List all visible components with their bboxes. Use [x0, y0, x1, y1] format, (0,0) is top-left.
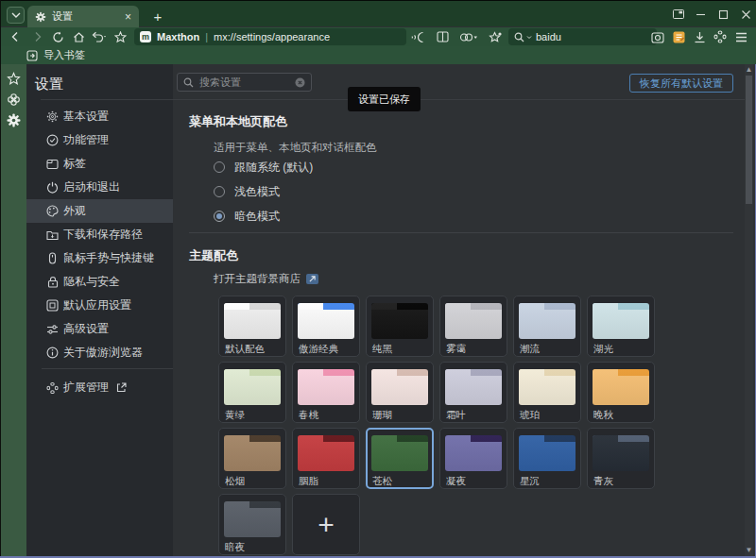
workspace-icon[interactable] [672, 7, 684, 22]
theme-name: 湖光 [593, 343, 613, 356]
theme-store-link[interactable]: 打开主题背景商店 [214, 272, 301, 286]
sidebar-item-8[interactable]: 默认应用设置 [26, 294, 173, 317]
palette-icon [46, 205, 59, 218]
forward-icon[interactable] [26, 28, 47, 45]
sidebar-item-5[interactable]: 下载和保存路径 [26, 223, 173, 246]
settings-gear-icon[interactable] [0, 110, 26, 130]
theme-card-16[interactable]: 星沉 [513, 428, 581, 489]
theme-card-4[interactable]: 潮流 [513, 296, 581, 357]
sidebar-item-label: 高级设置 [63, 321, 109, 337]
scroll-up-icon[interactable]: ▲ [745, 65, 753, 75]
settings-search-placeholder: 搜索设置 [199, 76, 295, 90]
theme-card-15[interactable]: 凝夜 [439, 428, 507, 489]
tab-list-dropdown-button[interactable] [7, 7, 25, 24]
restore-defaults-button[interactable]: 恢复所有默认设置 [629, 74, 733, 93]
radio-selected-icon[interactable] [214, 211, 225, 222]
theme-thumbnail [445, 303, 502, 339]
theme-name: 苍松 [372, 475, 392, 488]
sidebar-item-3[interactable]: 启动和退出 [26, 176, 173, 199]
radio-option-1[interactable]: 浅色模式 [214, 179, 313, 204]
home-icon[interactable] [68, 28, 89, 45]
reload-icon[interactable] [47, 28, 68, 45]
scroll-down-icon[interactable]: ▼ [745, 546, 753, 555]
external-link-badge-icon[interactable] [306, 274, 318, 284]
theme-card-18[interactable]: 暗夜 [218, 494, 286, 555]
sidebar-item-6[interactable]: 鼠标手势与快捷键 [26, 246, 173, 270]
plus-icon: + [293, 495, 359, 554]
maximize-button[interactable] [717, 7, 730, 22]
theme-card-9[interactable]: 霜叶 [439, 362, 507, 423]
close-window-button[interactable] [740, 7, 752, 22]
scrollbar-thumb[interactable] [746, 76, 752, 204]
theme-card-6[interactable]: 黄绿 [218, 362, 286, 423]
undo-icon[interactable] [89, 28, 110, 45]
tab-close-icon[interactable]: × [125, 11, 131, 23]
passport-icon[interactable] [0, 89, 26, 110]
app-icon [46, 299, 59, 313]
sidebar-item-9[interactable]: 高级设置 [26, 317, 173, 341]
maxthon-logo: m [140, 31, 151, 42]
screenshot-icon[interactable] [647, 28, 668, 45]
import-bookmarks-button[interactable]: 导入书签 [26, 48, 85, 62]
sidebar-title: 设置 [35, 76, 63, 93]
read-aloud-icon[interactable] [408, 28, 429, 45]
radio-label: 浅色模式 [234, 184, 280, 200]
sidebar-item-extensions[interactable]: 扩展管理 [26, 376, 173, 399]
radio-icon[interactable] [214, 161, 225, 173]
sidebar-item-label: 外观 [63, 203, 86, 219]
share-icon[interactable] [455, 28, 482, 45]
address-brand: Maxthon [157, 31, 199, 42]
theme-card-5[interactable]: 湖光 [587, 296, 655, 357]
theme-card-13[interactable]: 胭脂 [292, 428, 360, 489]
theme-card-8[interactable]: 珊瑚 [366, 362, 434, 423]
reading-mode-icon[interactable] [432, 28, 453, 45]
theme-card-10[interactable]: 琥珀 [513, 362, 581, 423]
sidebar-item-2[interactable]: 标签 [26, 152, 173, 176]
back-icon[interactable] [6, 28, 26, 45]
theme-card-0[interactable]: 默认配色 [218, 296, 286, 357]
scrollbar[interactable]: ▲ ▼ [745, 64, 753, 556]
navigation-toolbar: m Maxthon | mx://settings/appearance bai… [0, 27, 756, 46]
sidebar-item-7[interactable]: 隐私与安全 [26, 270, 173, 294]
notes-icon[interactable] [668, 28, 689, 45]
theme-card-7[interactable]: 春桃 [292, 362, 360, 423]
sidebar-item-0[interactable]: 基本设置 [26, 105, 173, 128]
add-theme-card[interactable]: + [292, 494, 360, 555]
theme-card-3[interactable]: 雾霭 [439, 296, 507, 357]
tab-icon [46, 158, 59, 171]
maxthon-settings-window: 设置 × + m Maxthon | mx://settings/appeara… [0, 0, 756, 558]
sidebar-item-4[interactable]: 外观 [26, 199, 173, 223]
minimize-button[interactable] [695, 7, 707, 22]
favorites-star-icon[interactable] [0, 68, 26, 89]
radio-label: 跟随系统 (默认) [234, 160, 313, 176]
menu-icon[interactable] [730, 28, 751, 45]
theme-card-14[interactable]: 苍松 [366, 428, 434, 489]
sidebar-item-1[interactable]: 功能管理 [26, 128, 173, 152]
favorite-star-icon[interactable] [110, 28, 130, 45]
radio-option-2[interactable]: 暗色模式 [214, 204, 313, 228]
settings-search-input[interactable]: 搜索设置 [177, 73, 312, 92]
search-engine-value: baidu [536, 31, 561, 42]
theme-card-11[interactable]: 晚秋 [587, 362, 655, 423]
radio-icon[interactable] [214, 186, 225, 197]
tab-settings[interactable]: 设置 × [27, 6, 139, 27]
theme-thumbnail [445, 369, 502, 405]
bookmarks-bar: 导入书签 [0, 46, 756, 64]
sidebar-item-label: 隐私与安全 [63, 274, 120, 290]
theme-card-12[interactable]: 松烟 [218, 428, 286, 489]
settings-sidebar: 设置 基本设置功能管理标签启动和退出外观下载和保存路径鼠标手势与快捷键隐私与安全… [26, 64, 173, 556]
theme-card-17[interactable]: 青灰 [587, 428, 655, 489]
search-box[interactable]: baidu [508, 28, 657, 45]
clear-icon[interactable] [295, 77, 305, 88]
theme-card-1[interactable]: 傲游经典 [292, 296, 360, 357]
extensions-icon[interactable] [710, 28, 730, 45]
download-icon[interactable] [689, 28, 710, 45]
radio-option-0[interactable]: 跟随系统 (默认) [214, 155, 313, 179]
theme-name: 暗夜 [225, 541, 245, 554]
new-tab-button[interactable]: + [148, 7, 167, 25]
address-bar[interactable]: m Maxthon | mx://settings/appearance [134, 28, 406, 45]
sidebar-item-10[interactable]: 关于傲游浏览器 [26, 341, 173, 364]
add-favorite-icon[interactable] [485, 28, 506, 45]
sidebar-item-label: 下载和保存路径 [63, 227, 143, 243]
theme-card-2[interactable]: 纯黑 [366, 296, 434, 357]
